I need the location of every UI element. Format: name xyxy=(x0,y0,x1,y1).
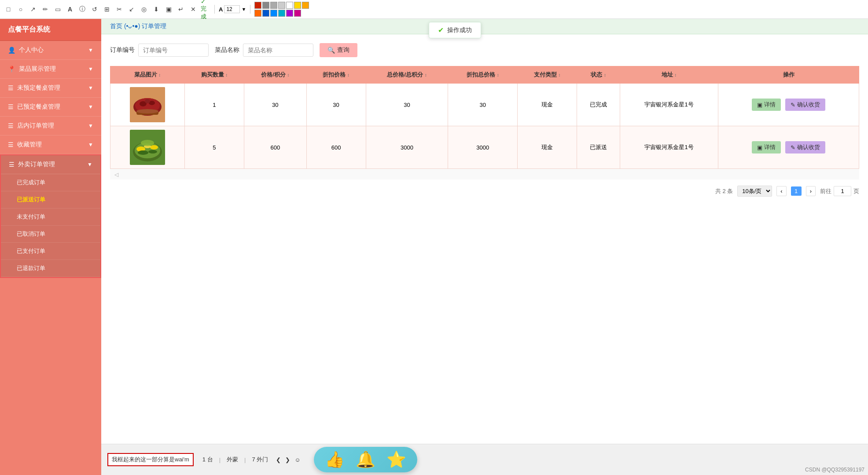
color-lightblue[interactable] xyxy=(270,10,277,17)
font-a-label: A xyxy=(219,6,223,13)
target-icon[interactable]: ◎ xyxy=(139,4,149,14)
color-orange[interactable] xyxy=(302,2,309,9)
dish-name-input[interactable] xyxy=(243,44,313,57)
color-purple[interactable] xyxy=(286,10,293,17)
th-address[interactable]: 地址 ↕ xyxy=(620,66,718,84)
food-img-2 xyxy=(130,130,165,165)
main-content: 首页 (•ᴗ•●) 订单管理 订单编号 菜品名称 🔍 查询 xyxy=(101,19,868,475)
font-size-dropdown-icon[interactable]: ▼ xyxy=(241,7,246,12)
th-qty[interactable]: 购买数量 ↕ xyxy=(184,66,244,84)
sidebar-item-delivery-label: 外卖订单管理 xyxy=(18,161,55,168)
color-lightgray[interactable] xyxy=(270,2,277,9)
color-pink[interactable] xyxy=(294,10,301,17)
sidebar-item-personal[interactable]: 👤 个人中心 ▼ xyxy=(0,41,101,60)
detail-btn-1[interactable]: ▣ 详情 xyxy=(752,99,781,111)
personal-icon: 👤 xyxy=(8,47,15,54)
color-white[interactable] xyxy=(286,2,293,9)
arrow-icon[interactable]: ↗ xyxy=(28,4,38,14)
color-blue[interactable] xyxy=(262,10,269,17)
sidebar-sub-unpaid[interactable]: 未支付订单 xyxy=(1,208,100,226)
cell-discount-total-2: 3000 xyxy=(448,126,518,169)
done-icon[interactable]: ✓完成 xyxy=(201,4,210,14)
th-discount-price[interactable]: 折扣价格 ↕ xyxy=(306,66,366,84)
circle-icon[interactable]: ○ xyxy=(16,4,26,14)
sidebar-item-personal-label: 个人中心 xyxy=(19,46,44,54)
sidebar-item-reserved[interactable]: ☰ 已预定餐桌管理 ▼ xyxy=(0,98,101,117)
order-no-label: 订单编号 xyxy=(110,46,135,54)
breadcrumb-home[interactable]: 首页 xyxy=(110,22,122,29)
sidebar-sub-cancelled[interactable]: 已取消订单 xyxy=(1,226,100,243)
rect2-icon[interactable]: ▭ xyxy=(53,4,63,14)
grid-icon[interactable]: ⊞ xyxy=(102,4,112,14)
th-status[interactable]: 状态 ↕ xyxy=(577,66,620,84)
annotation-text: 我框起来的这一部分算是wai'm xyxy=(107,453,194,466)
sidebar-item-delivery[interactable]: ☰ 外卖订单管理 ▼ xyxy=(1,155,100,174)
sidebar-item-instore[interactable]: ☰ 店内订单管理 ▼ xyxy=(0,117,101,135)
rect-icon[interactable]: □ xyxy=(4,4,13,14)
detail-icon-1: ▣ xyxy=(757,102,762,108)
search-bar: 订单编号 菜品名称 🔍 查询 xyxy=(110,43,859,57)
color-darkorange[interactable] xyxy=(254,10,261,17)
arrow2-icon[interactable]: ↙ xyxy=(127,4,136,14)
font-size-input[interactable] xyxy=(224,5,240,13)
breadcrumb: 首页 (•ᴗ•●) 订单管理 xyxy=(101,19,868,34)
chevron-dish: ▼ xyxy=(88,66,93,72)
sidebar-sub-completed[interactable]: 已完成订单 xyxy=(1,174,100,191)
scroll-hint: ◁ xyxy=(110,169,859,179)
th-total[interactable]: 总价格/总积分 ↕ xyxy=(366,66,448,84)
svg-point-7 xyxy=(136,109,158,113)
sidebar-item-unreserved[interactable]: ☰ 未预定餐桌管理 ▼ xyxy=(0,79,101,98)
svg-point-16 xyxy=(141,140,154,146)
prev-page-btn[interactable]: ‹ xyxy=(776,186,786,196)
sidebar-item-dish[interactable]: 📍 菜品展示管理 ▼ xyxy=(0,60,101,79)
confirm-btn-1[interactable]: ✎ 确认收货 xyxy=(785,99,825,111)
bottom-nav-prev[interactable]: ❮ xyxy=(276,457,281,463)
close-icon[interactable]: ✕ xyxy=(188,4,198,14)
sidebar-sub-paid[interactable]: 已支付订单 xyxy=(1,243,100,260)
order-no-input[interactable] xyxy=(138,44,209,57)
return-icon[interactable]: ↵ xyxy=(176,4,186,14)
goto-page-input[interactable] xyxy=(834,186,851,196)
dish-name-field: 菜品名称 xyxy=(215,44,313,57)
sidebar-sub-refunded[interactable]: 已退款订单 xyxy=(1,260,100,277)
pencil-icon[interactable]: ✏ xyxy=(40,4,50,14)
bell-icon[interactable]: 🔔 xyxy=(356,450,375,469)
search-button[interactable]: 🔍 查询 xyxy=(320,43,357,57)
thumbs-up-icon[interactable]: 👍 xyxy=(325,450,345,469)
cell-status-1: 已完成 xyxy=(577,84,620,126)
th-discount-total[interactable]: 折扣总价格 ↕ xyxy=(448,66,518,84)
emoji-bar-container: 👍 🔔 ⭐ xyxy=(314,447,417,472)
order-no-field: 订单编号 xyxy=(110,44,209,57)
cut-icon[interactable]: ✂ xyxy=(114,4,124,14)
bottom-nav-next[interactable]: ❯ xyxy=(285,457,290,463)
color-red[interactable] xyxy=(254,2,261,9)
next-page-btn[interactable]: › xyxy=(806,186,816,196)
info-icon[interactable]: ⓘ xyxy=(77,4,87,14)
svg-point-12 xyxy=(150,145,158,150)
text-icon[interactable]: A xyxy=(65,4,75,14)
th-price[interactable]: 价格/积分 ↕ xyxy=(244,66,306,84)
chevron-personal: ▼ xyxy=(88,47,93,53)
color-yellow[interactable] xyxy=(294,2,301,9)
sidebar-item-favorites[interactable]: ☰ 收藏管理 ▼ xyxy=(0,135,101,154)
cell-action-2: ▣ 详情 ✎ 确认收货 xyxy=(718,126,859,169)
current-page[interactable]: 1 xyxy=(791,186,802,196)
bottom-emoji[interactable]: ☺ xyxy=(294,457,300,463)
download-icon[interactable]: ⬇ xyxy=(151,4,161,14)
color-teal[interactable] xyxy=(278,10,285,17)
undo-icon[interactable]: ↺ xyxy=(90,4,99,14)
color-palette xyxy=(254,2,316,17)
color-silver[interactable] xyxy=(278,2,285,9)
confirm-btn-2[interactable]: ✎ 确认收货 xyxy=(785,141,825,153)
cell-payment-2: 现金 xyxy=(518,126,577,169)
toolbar[interactable]: □ ○ ↗ ✏ ▭ A ⓘ ↺ ⊞ ✂ ↙ ◎ ⬇ ▣ ↵ ✕ ✓完成 A ▼ xyxy=(0,0,868,19)
detail-btn-2[interactable]: ▣ 详情 xyxy=(752,141,781,153)
th-payment[interactable]: 支付类型 ↕ xyxy=(518,66,577,84)
per-page-select[interactable]: 10条/页20条/页50条/页 xyxy=(737,186,772,197)
star-icon[interactable]: ⭐ xyxy=(386,450,406,469)
sidebar-sub-dispatched[interactable]: 已派送订单 xyxy=(1,191,100,208)
bottom-item-3: 7 外门 xyxy=(252,456,268,464)
checkbox-icon[interactable]: ▣ xyxy=(164,4,173,14)
cell-discount-total-1: 30 xyxy=(448,84,518,126)
color-gray[interactable] xyxy=(262,2,269,9)
